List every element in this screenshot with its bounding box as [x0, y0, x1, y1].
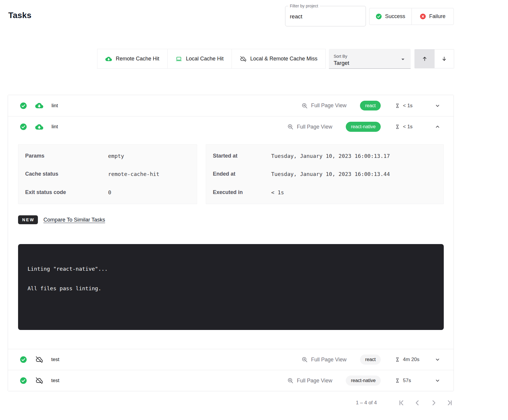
ended-at-row: Ended at Tuesday, January 10, 2023 16:00…: [206, 171, 443, 177]
full-page-view-label: Full Page View: [311, 357, 347, 363]
chevron-down-icon[interactable]: [435, 378, 441, 384]
task-name: lint: [52, 103, 58, 109]
arrow-down-icon: [441, 56, 447, 62]
task-duration: 4m 20s: [395, 357, 426, 363]
filter-by-project-field[interactable]: Filter by project: [285, 6, 366, 26]
cloud-off-icon: [240, 56, 246, 62]
zoom-in-icon: [287, 124, 294, 130]
project-badge: react: [360, 101, 381, 110]
cloud-download-icon: [35, 102, 43, 110]
status-filter-group: Success Failure: [369, 8, 454, 25]
cache-miss-filter-button[interactable]: Local & Remote Cache Miss: [232, 49, 326, 69]
local-cache-hit-label: Local Cache Hit: [186, 56, 224, 62]
executed-in-label: Executed in: [213, 189, 271, 195]
failure-x-icon: [420, 13, 426, 20]
remote-cache-hit-filter-button[interactable]: Remote Cache Hit: [97, 49, 168, 69]
task-row-test-react-native[interactable]: test Full Page View react-native 57s: [8, 370, 454, 391]
first-page-icon: [397, 399, 405, 407]
hourglass-icon: [395, 357, 400, 363]
exit-code-row: Exit status code 0: [18, 189, 197, 195]
hourglass-icon: [395, 124, 400, 130]
chevron-down-icon[interactable]: [435, 103, 441, 109]
last-page-icon: [446, 399, 454, 407]
chevron-right-icon: [430, 399, 438, 407]
sort-by-label: Sort By: [334, 54, 406, 59]
started-at-label: Started at: [213, 153, 271, 159]
cloud-download-icon: [35, 123, 43, 131]
full-page-view-label: Full Page View: [311, 102, 347, 109]
terminal-line: All files pass linting.: [28, 285, 437, 292]
full-page-view-button[interactable]: Full Page View: [287, 124, 332, 130]
first-page-button[interactable]: [397, 399, 405, 407]
task-row-lint-react-native[interactable]: lint Full Page View react-native < 1s: [8, 116, 454, 137]
task-row-test-react[interactable]: test Full Page View react 4m 20s: [8, 349, 454, 370]
full-page-view-button[interactable]: Full Page View: [301, 102, 347, 109]
pagination-range-label: 1 – 4 of 4: [356, 400, 377, 406]
filter-by-project-input[interactable]: [290, 12, 361, 21]
task-name: lint: [52, 124, 58, 130]
new-badge: NEW: [18, 215, 38, 224]
params-label: Params: [25, 153, 108, 159]
project-badge: react: [360, 355, 381, 364]
cache-status-value: remote-cache-hit: [108, 171, 159, 177]
task-params-panel: Params empty Cache status remote-cache-h…: [18, 144, 197, 204]
chevron-up-icon[interactable]: [435, 124, 441, 130]
cache-miss-label: Local & Remote Cache Miss: [250, 56, 317, 62]
success-filter-label: Success: [385, 13, 405, 20]
cache-status-label: Cache status: [25, 171, 108, 177]
arrow-up-icon: [422, 56, 428, 62]
cloud-download-icon: [105, 56, 112, 62]
cloud-off-icon: [35, 377, 43, 384]
full-page-view-label: Full Page View: [297, 378, 332, 384]
params-value: empty: [108, 153, 124, 159]
cloud-off-icon: [35, 356, 43, 363]
local-cache-hit-filter-button[interactable]: Local Cache Hit: [167, 49, 232, 69]
zoom-in-icon: [301, 356, 308, 363]
started-at-row: Started at Tuesday, January 10, 2023 16:…: [206, 153, 443, 159]
task-duration: 57s: [395, 378, 426, 384]
compare-to-similar-tasks-link[interactable]: Compare To Similar Tasks: [44, 217, 105, 223]
page-title: Tasks: [8, 11, 31, 20]
terminal-output: Linting "react-native"... All files pass…: [18, 244, 444, 330]
last-page-button[interactable]: [446, 399, 454, 407]
full-page-view-button[interactable]: Full Page View: [287, 377, 332, 384]
previous-page-button[interactable]: [414, 399, 421, 407]
hourglass-icon: [395, 378, 400, 384]
sort-descending-button[interactable]: [434, 49, 454, 68]
task-name: test: [51, 378, 59, 384]
success-check-icon: [20, 377, 27, 384]
success-check-icon: [20, 356, 27, 363]
full-page-view-label: Full Page View: [297, 124, 332, 130]
task-duration: < 1s: [395, 124, 426, 130]
started-at-value: Tuesday, January 10, 2023 16:00:13.17: [271, 153, 390, 159]
caret-down-icon: [399, 56, 406, 63]
failure-filter-button[interactable]: Failure: [411, 8, 454, 25]
full-page-view-button[interactable]: Full Page View: [301, 356, 347, 363]
chevron-left-icon: [414, 399, 421, 407]
sort-direction-group: [414, 49, 454, 68]
executed-in-value: < 1s: [271, 189, 284, 195]
params-row: Params empty: [18, 153, 197, 159]
cache-filter-group: Remote Cache Hit Local Cache Hit Local &…: [97, 49, 326, 69]
task-detail-section: Params empty Cache status remote-cache-h…: [8, 137, 454, 349]
laptop-icon: [176, 56, 182, 62]
sort-by-value: Target: [334, 60, 406, 66]
task-timing-panel: Started at Tuesday, January 10, 2023 16:…: [206, 144, 444, 204]
failure-filter-label: Failure: [429, 13, 446, 20]
success-filter-button[interactable]: Success: [369, 8, 411, 25]
ended-at-value: Tuesday, January 10, 2023 16:00:13.44: [271, 171, 390, 177]
chevron-down-icon[interactable]: [435, 357, 441, 363]
sort-by-select[interactable]: Sort By Target: [329, 49, 411, 69]
sort-ascending-button[interactable]: [415, 49, 434, 68]
success-check-icon: [20, 123, 27, 130]
remote-cache-hit-label: Remote Cache Hit: [116, 56, 159, 62]
task-list: lint Full Page View react < 1s: [8, 95, 454, 391]
pagination: 1 – 4 of 4: [326, 395, 454, 411]
success-check-icon: [20, 102, 27, 109]
project-badge: react-native: [346, 376, 381, 385]
compare-row: NEW Compare To Similar Tasks: [18, 215, 444, 224]
task-row-lint-react[interactable]: lint Full Page View react < 1s: [8, 95, 454, 116]
hourglass-icon: [395, 103, 400, 109]
next-page-button[interactable]: [430, 399, 438, 407]
ended-at-label: Ended at: [213, 171, 271, 177]
